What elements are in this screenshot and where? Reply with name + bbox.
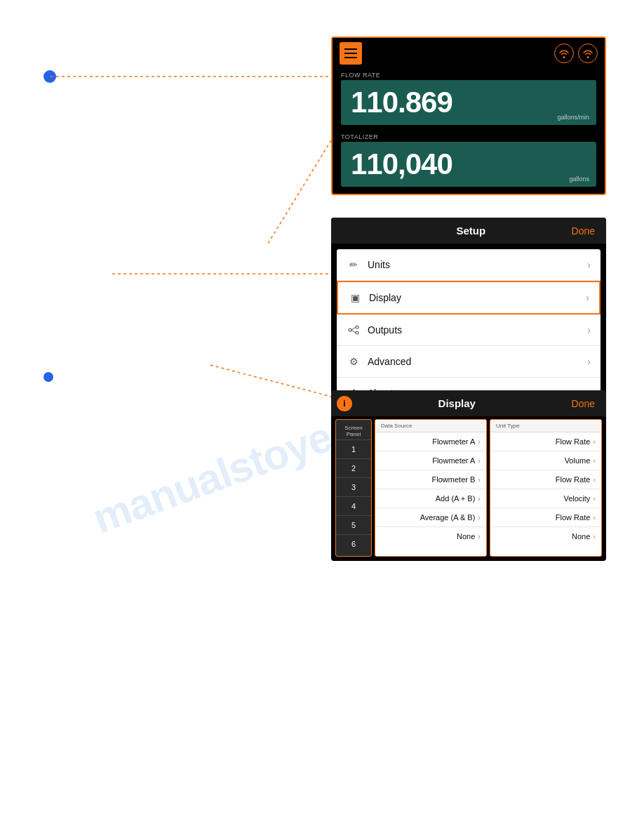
- type-row-4[interactable]: Velocity ›: [490, 489, 601, 508]
- panel-flowrate: FLOW RATE 110.869 gallons/min TOTALIZER …: [331, 37, 606, 195]
- flow-rate-value: 110.869: [351, 86, 586, 119]
- advanced-label: Advanced: [368, 356, 587, 367]
- menu-line-2: [344, 53, 357, 54]
- screen-panel: Screen Panel 1 2 3 4 5 6: [335, 419, 372, 557]
- source-row-2[interactable]: Flowmeter A ›: [375, 451, 486, 470]
- flow-rate-box: 110.869 gallons/min: [341, 80, 596, 125]
- screen-panel-header: Screen Panel: [336, 423, 371, 440]
- totalizer-section: TOTALIZER 110,040 gallons: [333, 131, 605, 194]
- source-row-1[interactable]: Flowmeter A ›: [375, 432, 486, 451]
- menu-button[interactable]: [340, 42, 362, 65]
- type-row-1[interactable]: Flow Rate ›: [490, 432, 601, 451]
- source-row-3[interactable]: Flowmeter B ›: [375, 470, 486, 489]
- type-chevron-2: ›: [593, 456, 596, 465]
- display-header: i Display Done: [331, 390, 606, 416]
- wifi-icons: [554, 44, 598, 63]
- type-label-6: None: [572, 532, 590, 541]
- source-label-4: Add (A + B): [436, 494, 476, 503]
- flow-rate-unit: gallons/min: [557, 114, 589, 121]
- screen-num-2[interactable]: 2: [336, 459, 371, 478]
- setup-header: Setup Done: [331, 218, 606, 244]
- type-row-5[interactable]: Flow Rate ›: [490, 508, 601, 527]
- indicator-dot-top: [43, 70, 56, 83]
- screen-num-1[interactable]: 1: [336, 440, 371, 459]
- source-label-2: Flowmeter A: [432, 456, 475, 465]
- svg-line-12: [351, 330, 356, 333]
- display-title: Display: [342, 397, 572, 409]
- wifi-icon-1: [554, 44, 574, 63]
- svg-point-10: [356, 331, 358, 334]
- display-chevron: ›: [586, 292, 589, 303]
- svg-line-11: [351, 327, 356, 330]
- type-label-1: Flow Rate: [556, 437, 591, 446]
- wifi-icon-2: [578, 44, 598, 63]
- flow-rate-label: FLOW RATE: [341, 72, 596, 79]
- display-info-icon: i: [337, 396, 352, 411]
- type-row-2[interactable]: Volume ›: [490, 451, 601, 470]
- svg-point-8: [349, 329, 351, 331]
- advanced-chevron: ›: [587, 356, 591, 367]
- panel-display: i Display Done Screen Panel 1 2 3 4 5 6 …: [331, 390, 606, 561]
- type-chevron-1: ›: [593, 437, 596, 446]
- type-label-4: Velocity: [563, 494, 590, 503]
- source-row-4[interactable]: Add (A + B) ›: [375, 489, 486, 508]
- type-row-3[interactable]: Flow Rate ›: [490, 470, 601, 489]
- source-label-6: None: [457, 532, 475, 541]
- screen-num-5[interactable]: 5: [336, 516, 371, 535]
- type-chevron-3: ›: [593, 475, 596, 484]
- unit-type-header: Unit Type: [490, 420, 601, 432]
- outputs-icon: [347, 323, 361, 337]
- unit-type-panel: Unit Type Flow Rate › Volume › Flow Rate…: [490, 419, 602, 557]
- screen-num-4[interactable]: 4: [336, 497, 371, 516]
- screen-num-3[interactable]: 3: [336, 478, 371, 497]
- display-label: Display: [369, 292, 586, 303]
- flow-rate-section: FLOW RATE 110.869 gallons/min: [333, 69, 605, 131]
- source-chevron-2: ›: [478, 456, 481, 465]
- source-chevron-1: ›: [478, 437, 481, 446]
- display-icon: ▣: [348, 291, 362, 305]
- totalizer-unit: gallons: [569, 176, 589, 183]
- setup-menu-list: ✏ Units › ▣ Display › Outputs ›: [337, 249, 601, 409]
- type-label-3: Flow Rate: [556, 475, 591, 484]
- setup-done-button[interactable]: Done: [572, 225, 595, 237]
- source-row-6[interactable]: None ›: [375, 527, 486, 545]
- source-label-1: Flowmeter A: [432, 437, 475, 446]
- advanced-icon: ⚙: [347, 355, 361, 369]
- menu-line-3: [344, 57, 357, 58]
- svg-line-1: [267, 140, 331, 246]
- data-source-panel: Data Source Flowmeter A › Flowmeter A › …: [375, 419, 487, 557]
- screen-num-6[interactable]: 6: [336, 535, 371, 553]
- source-chevron-6: ›: [478, 532, 481, 541]
- totalizer-label: TOTALIZER: [341, 133, 596, 140]
- source-label-3: Flowmeter B: [432, 475, 476, 484]
- outputs-label: Outputs: [368, 324, 587, 336]
- svg-point-9: [356, 326, 358, 329]
- setup-menu-display[interactable]: ▣ Display ›: [337, 281, 601, 315]
- display-content: Screen Panel 1 2 3 4 5 6 Data Source Flo…: [331, 416, 606, 561]
- setup-menu-outputs[interactable]: Outputs ›: [337, 315, 601, 346]
- source-chevron-3: ›: [478, 475, 481, 484]
- display-done-button[interactable]: Done: [572, 398, 595, 409]
- topbar: [333, 38, 605, 69]
- totalizer-value: 110,040: [351, 147, 586, 181]
- type-row-6[interactable]: None ›: [490, 527, 601, 545]
- type-label-5: Flow Rate: [556, 513, 591, 522]
- source-chevron-4: ›: [478, 494, 481, 503]
- setup-menu-units[interactable]: ✏ Units ›: [337, 249, 601, 281]
- setup-title: Setup: [370, 225, 572, 237]
- data-source-header: Data Source: [375, 420, 486, 432]
- source-label-5: Average (A & B): [420, 513, 476, 522]
- outputs-chevron: ›: [587, 324, 591, 336]
- source-row-5[interactable]: Average (A & B) ›: [375, 508, 486, 527]
- indicator-dot-bottom: [43, 372, 53, 382]
- type-chevron-6: ›: [593, 532, 596, 541]
- setup-menu-advanced[interactable]: ⚙ Advanced ›: [337, 346, 601, 378]
- menu-line-1: [344, 48, 357, 50]
- type-label-2: Volume: [565, 456, 591, 465]
- type-chevron-5: ›: [593, 513, 596, 522]
- units-label: Units: [368, 259, 587, 270]
- units-chevron: ›: [587, 259, 591, 270]
- type-chevron-4: ›: [593, 494, 596, 503]
- totalizer-box: 110,040 gallons: [341, 142, 596, 187]
- units-icon: ✏: [347, 258, 361, 272]
